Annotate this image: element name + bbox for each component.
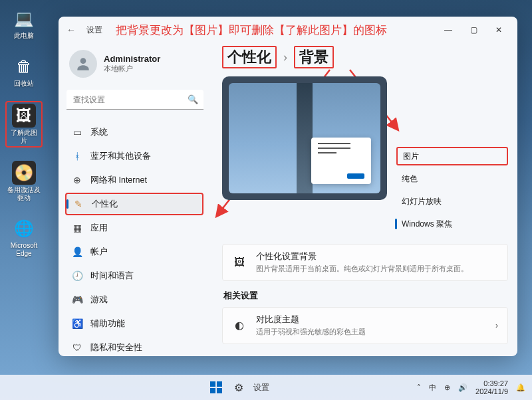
sidebar-item-label: 蓝牙和其他设备 — [90, 151, 151, 162]
user-type: 本地帐户 — [104, 64, 160, 74]
contrast-icon: ◐ — [232, 318, 247, 333]
apps-icon: ▦ — [72, 223, 82, 233]
this-pc-icon: 💻 — [12, 7, 36, 31]
bg-option-spotlight[interactable]: Windows 聚焦 — [396, 215, 508, 233]
chevron-right-icon: › — [495, 321, 498, 330]
personalization-icon: ✎ — [73, 199, 84, 209]
desktop-icon-label: 此电脑 — [14, 32, 34, 40]
sidebar-item-label: 个性化 — [92, 199, 118, 210]
taskbar-settings-icon[interactable]: ⚙ — [231, 379, 247, 395]
backup-activate-icon: 📀 — [12, 161, 36, 185]
sidebar-item-privacy[interactable]: 🛡隐私和安全性 — [65, 336, 203, 356]
user-name: Administrator — [104, 54, 160, 64]
sidebar-item-accessibility[interactable]: ♿辅助功能 — [65, 312, 203, 335]
avatar — [69, 50, 97, 78]
desktop-icon-recycle-bin[interactable]: 🗑回收站 — [5, 53, 43, 89]
content-area: 个性化 › 背景 图片纯色幻灯片放映Windows 聚焦 — [210, 43, 517, 356]
search-input[interactable] — [66, 90, 203, 110]
nav-list: ▭系统ᚼ蓝牙和其他设备⊕网络和 Internet✎个性化▦应用👤帐户🕘时间和语言… — [64, 120, 206, 356]
bg-option-picture[interactable]: 图片 — [396, 147, 508, 165]
sidebar-item-label: 帐户 — [90, 247, 108, 258]
sidebar-item-personalization[interactable]: ✎个性化 — [65, 193, 203, 215]
chevron-right-icon: › — [283, 50, 287, 64]
app-title: 设置 — [86, 25, 102, 36]
network-icon: ⊕ — [72, 175, 82, 185]
learn-pic-icon: 🖼 — [12, 104, 36, 128]
sidebar-item-time[interactable]: 🕘时间和语言 — [65, 264, 203, 287]
maximize-button[interactable]: ▢ — [464, 21, 483, 39]
sidebar-item-apps[interactable]: ▦应用 — [65, 217, 203, 239]
background-preview — [222, 76, 387, 200]
taskbar: ⚙ 设置 ˄ 中 ⊕ 🔊 0:39:27 2024/11/9 🔔 — [0, 375, 532, 400]
user-block[interactable]: Administrator 本地帐户 — [64, 47, 206, 84]
recycle-bin-icon: 🗑 — [12, 54, 36, 78]
desktop-icon-label: 备用激活及驱动 — [7, 186, 41, 202]
settings-window: ← 设置 把背景更改为【图片】即可删除【了解此图片】的图标 — ▢ ✕ Admi… — [59, 17, 517, 356]
time-icon: 🕘 — [72, 270, 82, 281]
close-button[interactable]: ✕ — [489, 21, 508, 39]
sidebar-item-label: 网络和 Internet — [90, 175, 147, 186]
sidebar-item-gaming[interactable]: 🎮游戏 — [65, 288, 203, 311]
card-title: 对比度主题 — [256, 314, 366, 326]
sidebar-item-label: 系统 — [90, 127, 108, 138]
personalize-background-card[interactable]: 🖼 个性化设置背景 图片背景适用于当前桌面。纯色或幻灯片背景则适用于所有桌面。 — [222, 244, 508, 281]
card-subtitle: 图片背景适用于当前桌面。纯色或幻灯片背景则适用于所有桌面。 — [256, 264, 468, 274]
accounts-icon: 👤 — [72, 247, 82, 257]
svg-rect-6 — [217, 388, 222, 393]
desktop-icon-learn-pic[interactable]: 🖼了解此图片 — [5, 101, 43, 148]
back-button[interactable]: ← — [64, 23, 78, 37]
clock[interactable]: 0:39:27 2024/11/9 — [475, 379, 508, 395]
edge-icon: 🌐 — [12, 217, 36, 241]
sidebar-item-label: 辅助功能 — [90, 318, 125, 330]
sidebar-item-system[interactable]: ▭系统 — [65, 121, 203, 144]
svg-rect-4 — [217, 381, 222, 387]
titlebar: ← 设置 把背景更改为【图片】即可删除【了解此图片】的图标 — ▢ ✕ — [59, 17, 517, 43]
search-box: 🔍 — [66, 90, 203, 110]
minimize-button[interactable]: — — [439, 21, 458, 39]
bg-option-slideshow[interactable]: 幻灯片放映 — [396, 192, 508, 211]
picture-icon: 🖼 — [232, 255, 247, 270]
card-subtitle: 适用于弱视和强光敏感的彩色主题 — [256, 327, 366, 337]
gaming-icon: 🎮 — [72, 294, 82, 305]
svg-rect-5 — [210, 388, 215, 393]
system-icon: ▭ — [72, 127, 82, 138]
breadcrumb: 个性化 › 背景 — [222, 46, 508, 68]
card-title: 个性化设置背景 — [256, 251, 468, 262]
svg-point-0 — [80, 58, 86, 64]
volume-icon[interactable]: 🔊 — [458, 383, 467, 392]
background-options: 图片纯色幻灯片放映Windows 聚焦 — [396, 76, 508, 233]
desktop-icon-edge[interactable]: 🌐Microsoft Edge — [5, 215, 43, 259]
preview-mock-window — [311, 138, 371, 184]
privacy-icon: 🛡 — [72, 342, 82, 353]
breadcrumb-root[interactable]: 个性化 — [222, 46, 277, 68]
annotation-text: 把背景更改为【图片】即可删除【了解此图片】的图标 — [116, 23, 439, 38]
desktop-icon-backup-activate[interactable]: 📀备用激活及驱动 — [5, 159, 43, 203]
start-button[interactable] — [208, 379, 224, 395]
sidebar: Administrator 本地帐户 🔍 ▭系统ᚼ蓝牙和其他设备⊕网络和 Int… — [59, 43, 210, 356]
ime-indicator[interactable]: 中 — [429, 383, 436, 393]
bg-option-solid[interactable]: 纯色 — [396, 169, 508, 188]
sidebar-item-label: 应用 — [90, 223, 108, 234]
sidebar-item-label: 隐私和安全性 — [90, 342, 142, 353]
contrast-theme-card[interactable]: ◐ 对比度主题 适用于弱视和强光敏感的彩色主题 › — [222, 307, 508, 344]
network-icon[interactable]: ⊕ — [444, 383, 450, 392]
sidebar-item-bluetooth[interactable]: ᚼ蓝牙和其他设备 — [65, 145, 203, 167]
breadcrumb-current: 背景 — [294, 46, 334, 68]
tray-chevron-icon[interactable]: ˄ — [417, 383, 421, 392]
taskbar-app-label[interactable]: 设置 — [253, 382, 269, 393]
sidebar-item-label: 游戏 — [90, 294, 108, 306]
svg-rect-3 — [210, 381, 215, 387]
bluetooth-icon: ᚼ — [72, 151, 82, 161]
sidebar-item-label: 时间和语言 — [90, 270, 134, 282]
notifications-icon[interactable]: 🔔 — [516, 383, 525, 392]
search-icon[interactable]: 🔍 — [188, 94, 198, 104]
related-settings-title: 相关设置 — [223, 290, 508, 302]
desktop-icon-label: Microsoft Edge — [7, 242, 41, 258]
sidebar-item-network[interactable]: ⊕网络和 Internet — [65, 169, 203, 191]
desktop-icon-this-pc[interactable]: 💻此电脑 — [5, 5, 43, 41]
desktop-icon-label: 了解此图片 — [8, 129, 40, 145]
desktop-icon-label: 回收站 — [14, 80, 34, 88]
accessibility-icon: ♿ — [72, 318, 82, 329]
sidebar-item-accounts[interactable]: 👤帐户 — [65, 241, 203, 263]
